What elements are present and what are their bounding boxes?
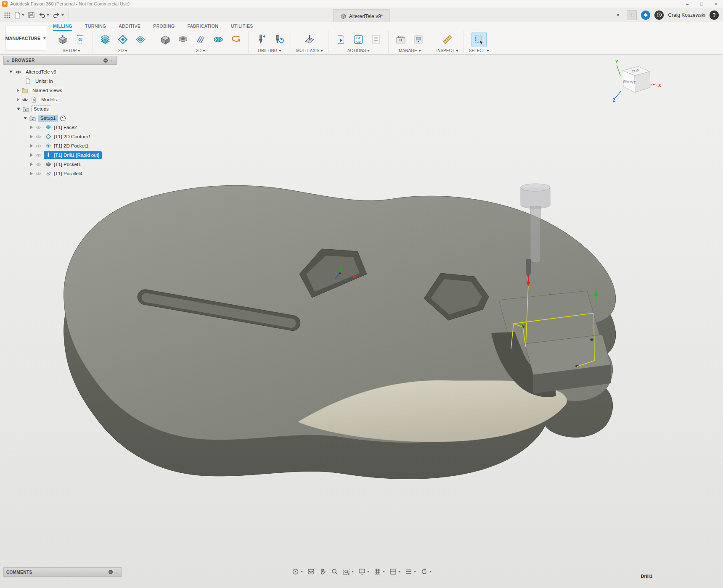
fit-button[interactable]: [341, 567, 355, 577]
tab-milling[interactable]: MILLING: [53, 24, 72, 31]
browser-hide-icon[interactable]: [103, 58, 108, 63]
post-process-button[interactable]: G1 G2: [351, 32, 365, 47]
close-window-button[interactable]: ×: [709, 0, 723, 8]
adaptive-clearing-button[interactable]: [158, 32, 172, 47]
layout-button[interactable]: [403, 567, 418, 577]
expand-arrow-icon[interactable]: [30, 172, 33, 175]
2d-contour-button[interactable]: [116, 32, 130, 47]
browser-overflow-icon[interactable]: ⋮: [110, 58, 114, 63]
tab-additive[interactable]: ADDITIVE: [119, 24, 141, 31]
visibility-eye-off-icon[interactable]: [35, 133, 42, 140]
pan-button[interactable]: [317, 567, 328, 577]
close-document-tab-button[interactable]: ×: [613, 11, 622, 20]
app-grid-button[interactable]: [2, 10, 12, 21]
tree-item-label[interactable]: Named Views: [30, 87, 64, 93]
document-tab[interactable]: AlteredTele v9*: [333, 9, 390, 23]
viewcube-cube[interactable]: TOP FRONT: [623, 66, 650, 92]
viewports-button[interactable]: [387, 567, 402, 577]
expand-arrow-icon[interactable]: [30, 163, 33, 166]
new-setup-button[interactable]: [56, 32, 70, 47]
expand-arrow-icon[interactable]: [30, 153, 33, 157]
refresh-button[interactable]: [418, 567, 433, 577]
visibility-eye-off-icon[interactable]: [35, 170, 42, 177]
visibility-eye-icon[interactable]: [21, 96, 28, 103]
tab-utilities[interactable]: UTILITIES: [231, 24, 253, 31]
group-label-2d[interactable]: 2D: [118, 48, 124, 53]
tree-item-label[interactable]: Units: in: [33, 78, 55, 84]
parallel-button[interactable]: [193, 32, 208, 47]
tree-item-label[interactable]: Models: [39, 97, 59, 103]
visibility-eye-off-icon[interactable]: [35, 124, 42, 131]
face-button[interactable]: [98, 32, 112, 47]
expand-arrow-icon[interactable]: [30, 144, 33, 148]
orbit-button[interactable]: [290, 567, 305, 577]
tree-item-label[interactable]: [T1] 2D Pocket1: [54, 143, 88, 148]
viewcube[interactable]: Y X Z TOP FRONT: [610, 58, 661, 104]
group-label-inspect[interactable]: INSPECT: [436, 48, 454, 53]
visibility-eye-icon[interactable]: [15, 69, 21, 75]
visibility-eye-off-icon[interactable]: [35, 152, 42, 158]
measure-button[interactable]: [440, 32, 455, 47]
tree-item-2d-contour1[interactable]: [T1] 2D Contour1: [3, 132, 117, 141]
save-button[interactable]: [26, 10, 36, 21]
tree-item-2d-pocket1[interactable]: [T1] 2D Pocket1: [3, 141, 117, 150]
tree-item-label[interactable]: AlteredTele v9: [24, 69, 58, 75]
tree-item-drill1[interactable]: [T1] Drill1 [Rapid out]: [3, 150, 117, 160]
tree-item-face2[interactable]: [T1] Face2: [3, 123, 117, 132]
tool-library-button[interactable]: [394, 32, 408, 47]
extensions-button[interactable]: [641, 11, 650, 20]
group-label-setup[interactable]: SETUP: [63, 48, 77, 53]
tree-item-setup1[interactable]: Setup1: [3, 113, 117, 123]
machine-library-button[interactable]: [411, 32, 426, 47]
expand-arrow-icon[interactable]: [17, 98, 19, 101]
tree-item-label[interactable]: [T1] Drill1 [Rapid out]: [54, 153, 99, 158]
comments-hide-icon[interactable]: [109, 570, 113, 574]
expand-arrow-icon[interactable]: [30, 135, 33, 138]
user-profile-button[interactable]: Craig Koszewski: [668, 12, 705, 18]
tree-item-pocket1[interactable]: [T1] Pocket1: [3, 160, 117, 169]
tree-item-models[interactable]: Models: [3, 95, 117, 104]
tree-item-named-views[interactable]: Named Views: [3, 86, 117, 95]
2d-pocket-button[interactable]: [133, 32, 148, 47]
comments-overflow-icon[interactable]: ⋮: [115, 570, 119, 575]
group-label-multi-axis[interactable]: MULTI-AXIS: [296, 48, 319, 53]
group-label-select[interactable]: SELECT: [469, 48, 485, 53]
tree-item-label[interactable]: Setup1: [38, 115, 58, 121]
new-document-tab-button[interactable]: +: [627, 10, 637, 20]
tree-item-setups[interactable]: Setups: [3, 104, 117, 113]
expand-arrow-icon[interactable]: [9, 71, 13, 73]
nc-program-button[interactable]: G: [73, 32, 87, 47]
tab-probing[interactable]: PROBING: [153, 24, 175, 31]
expand-arrow-icon[interactable]: [17, 89, 19, 92]
setup-sheet-button[interactable]: [369, 32, 383, 47]
expand-arrow-icon[interactable]: [30, 126, 33, 129]
zoom-button[interactable]: [329, 567, 340, 577]
maximize-button[interactable]: □: [694, 0, 709, 8]
swarf-button[interactable]: [302, 32, 317, 47]
grid-snaps-button[interactable]: [372, 567, 387, 577]
tree-item-label[interactable]: [T1] Face2: [54, 125, 77, 130]
tree-item-label[interactable]: [T1] 2D Contour1: [54, 134, 91, 139]
window-selection-button[interactable]: [472, 32, 486, 47]
spiral-button[interactable]: [229, 32, 243, 47]
scallop-button[interactable]: [211, 32, 225, 47]
visibility-eye-off-icon[interactable]: [35, 142, 42, 149]
tree-item-label[interactable]: [T1] Pocket1: [54, 162, 81, 167]
visibility-eye-off-icon[interactable]: [35, 161, 42, 168]
job-status-button[interactable]: [654, 11, 664, 20]
group-label-manage[interactable]: MANAGE: [399, 48, 417, 53]
browser-collapse-icon[interactable]: «: [6, 58, 9, 63]
group-label-actions[interactable]: ACTIONS: [347, 48, 366, 53]
redo-button[interactable]: [51, 10, 66, 21]
group-label-3d[interactable]: 3D: [196, 48, 201, 53]
look-at-button[interactable]: [305, 567, 316, 577]
minimize-button[interactable]: –: [680, 0, 694, 8]
group-label-drilling[interactable]: DRILLING: [258, 48, 277, 53]
3d-pocket-button[interactable]: [176, 32, 190, 47]
tree-item-label[interactable]: Setups: [31, 105, 51, 112]
tree-item-units[interactable]: Units: in: [3, 76, 117, 86]
comments-panel-header[interactable]: COMMENTS ⋮: [3, 567, 122, 577]
tree-item-label[interactable]: [T1] Parallel4: [54, 171, 82, 176]
tab-fabrication[interactable]: FABRICATION: [187, 24, 218, 31]
tree-item-document[interactable]: AlteredTele v9: [3, 67, 117, 76]
